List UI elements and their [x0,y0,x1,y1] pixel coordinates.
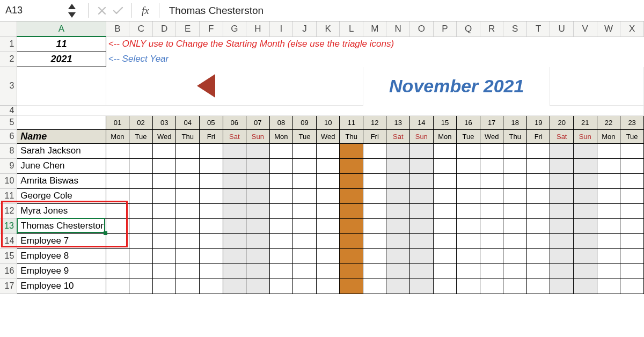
schedule-cell[interactable] [550,218,574,233]
schedule-cell[interactable] [269,158,293,173]
schedule-cell[interactable] [340,263,363,279]
schedule-cell[interactable] [293,233,317,248]
schedule-cell[interactable] [597,263,620,279]
schedule-cell[interactable] [316,279,340,294]
schedule-cell[interactable] [340,173,363,188]
schedule-cell[interactable] [152,188,176,203]
schedule-cell[interactable] [200,143,223,158]
col-header[interactable]: H [246,21,270,36]
schedule-cell[interactable] [106,218,129,233]
schedule-cell[interactable] [386,188,410,203]
employee-name-cell[interactable]: Employee 9 [17,263,106,279]
schedule-cell[interactable] [480,143,503,158]
schedule-cell[interactable] [316,158,340,173]
schedule-cell[interactable] [550,173,574,188]
schedule-cell[interactable] [129,263,153,279]
row-header[interactable]: 13 [0,218,17,233]
schedule-cell[interactable] [620,143,644,158]
schedule-cell[interactable] [106,188,129,203]
name-box-spinner[interactable] [62,0,82,21]
row-header[interactable]: 15 [0,248,17,263]
schedule-cell[interactable] [223,248,246,263]
schedule-cell[interactable] [223,279,246,294]
schedule-cell[interactable] [457,233,480,248]
schedule-cell[interactable] [129,279,153,294]
row-header[interactable]: 10 [0,173,17,188]
schedule-cell[interactable] [503,233,527,248]
formula-input[interactable]: Thomas Chesterston [166,5,641,17]
col-header[interactable]: G [223,21,246,36]
schedule-cell[interactable] [269,203,293,218]
schedule-cell[interactable] [503,158,527,173]
col-header[interactable]: U [550,21,574,36]
schedule-cell[interactable] [386,173,410,188]
schedule-cell[interactable] [433,218,457,233]
employee-name-cell[interactable]: Amrita Biswas [17,173,106,188]
schedule-cell[interactable] [246,263,270,279]
schedule-cell[interactable] [176,158,200,173]
schedule-cell[interactable] [106,248,129,263]
schedule-cell[interactable] [316,233,340,248]
schedule-cell[interactable] [573,263,597,279]
schedule-cell[interactable] [527,188,550,203]
schedule-cell[interactable] [129,158,153,173]
schedule-cell[interactable] [550,143,574,158]
schedule-cell[interactable] [480,279,503,294]
row-header[interactable]: 1 [0,36,17,52]
schedule-cell[interactable] [269,143,293,158]
schedule-cell[interactable] [363,143,386,158]
col-header[interactable]: M [363,21,386,36]
schedule-cell[interactable] [550,158,574,173]
schedule-cell[interactable] [129,188,153,203]
schedule-cell[interactable] [573,218,597,233]
schedule-cell[interactable] [527,263,550,279]
schedule-cell[interactable] [176,218,200,233]
schedule-cell[interactable] [503,143,527,158]
schedule-cell[interactable] [386,233,410,248]
schedule-cell[interactable] [223,188,246,203]
row-header[interactable]: 6 [0,129,17,143]
schedule-cell[interactable] [293,279,317,294]
schedule-cell[interactable] [223,233,246,248]
schedule-cell[interactable] [480,248,503,263]
schedule-cell[interactable] [386,203,410,218]
schedule-cell[interactable] [573,188,597,203]
schedule-cell[interactable] [106,279,129,294]
schedule-cell[interactable] [246,203,270,218]
schedule-cell[interactable] [480,158,503,173]
schedule-cell[interactable] [269,248,293,263]
schedule-cell[interactable] [129,248,153,263]
schedule-cell[interactable] [246,188,270,203]
schedule-cell[interactable] [433,158,457,173]
schedule-cell[interactable] [597,143,620,158]
schedule-cell[interactable] [550,188,574,203]
schedule-cell[interactable] [200,248,223,263]
col-header[interactable]: J [293,21,317,36]
cancel-icon[interactable] [95,4,109,18]
schedule-cell[interactable] [386,218,410,233]
schedule-cell[interactable] [573,203,597,218]
schedule-cell[interactable] [620,233,644,248]
row-header[interactable]: 11 [0,188,17,203]
schedule-cell[interactable] [550,279,574,294]
schedule-cell[interactable] [200,279,223,294]
schedule-cell[interactable] [106,143,129,158]
schedule-cell[interactable] [410,203,434,218]
schedule-cell[interactable] [200,173,223,188]
col-header[interactable]: V [573,21,597,36]
schedule-cell[interactable] [129,143,153,158]
schedule-cell[interactable] [620,279,644,294]
schedule-cell[interactable] [152,279,176,294]
schedule-cell[interactable] [573,233,597,248]
schedule-cell[interactable] [106,158,129,173]
col-header[interactable]: K [316,21,340,36]
schedule-cell[interactable] [363,263,386,279]
schedule-cell[interactable] [176,248,200,263]
schedule-cell[interactable] [176,173,200,188]
schedule-cell[interactable] [269,233,293,248]
employee-name-cell[interactable]: Employee 10 [17,279,106,294]
schedule-cell[interactable] [246,158,270,173]
schedule-cell[interactable] [246,218,270,233]
schedule-cell[interactable] [246,233,270,248]
schedule-cell[interactable] [316,188,340,203]
